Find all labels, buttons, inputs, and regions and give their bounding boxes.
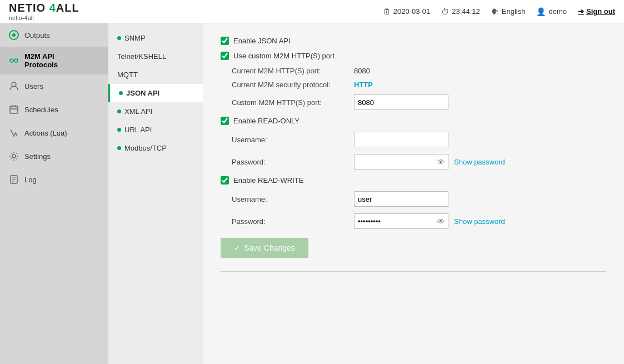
svg-point-3 bbox=[14, 59, 18, 62]
readonly-username-input[interactable] bbox=[354, 132, 448, 147]
readonly-eye-icon[interactable]: 👁 bbox=[437, 157, 445, 167]
readwrite-eye-icon[interactable]: 👁 bbox=[437, 217, 445, 226]
modbus-dot bbox=[117, 146, 121, 150]
xml-api-dot bbox=[117, 109, 121, 113]
sub-label-xml-api: XML API bbox=[124, 107, 152, 116]
language-icon: 🗣 bbox=[491, 7, 499, 16]
clock-icon: ⏱ bbox=[441, 7, 449, 16]
sidebar-item-actions[interactable]: Actions (Lua) bbox=[0, 121, 108, 144]
logo: NETIO 4ALL netio-4all bbox=[9, 2, 79, 21]
sidebar-label-schedules: Schedules bbox=[24, 106, 58, 114]
current-port-row: Current M2M HTTP(S) port: 8080 bbox=[221, 67, 606, 75]
svg-point-1 bbox=[12, 33, 16, 37]
sidebar-item-log[interactable]: Log bbox=[0, 168, 108, 191]
date-value: 2020-03-01 bbox=[393, 7, 431, 16]
schedules-icon bbox=[8, 103, 20, 116]
signout-icon: ➔ bbox=[578, 7, 584, 16]
readwrite-password-label: Password: bbox=[232, 217, 354, 226]
sub-item-json-api[interactable]: JSON API bbox=[108, 84, 203, 102]
user-icon: 👤 bbox=[536, 7, 546, 16]
sidebar-item-schedules[interactable]: Schedules bbox=[0, 98, 108, 121]
user-item: 👤 demo bbox=[536, 7, 567, 16]
content-area: Enable JSON API Use custom M2M HTTP(S) p… bbox=[203, 23, 624, 364]
settings-icon bbox=[8, 150, 20, 162]
sub-label-mqtt: MQTT bbox=[117, 71, 138, 79]
readwrite-show-password-link[interactable]: Show password bbox=[454, 217, 505, 226]
readwrite-username-input[interactable] bbox=[354, 191, 448, 207]
enable-read-write-checkbox[interactable] bbox=[221, 176, 229, 185]
sidebar-item-m2m[interactable]: M2M API Protocols bbox=[0, 47, 108, 74]
readonly-password-label: Password: bbox=[232, 158, 354, 166]
readwrite-password-wrapper: 👁 bbox=[354, 213, 448, 229]
language-item: 🗣 English bbox=[491, 7, 526, 16]
enable-read-only-checkbox[interactable] bbox=[221, 117, 229, 125]
topbar: NETIO 4ALL netio-4all 🗓 2020-03-01 ⏱ 23:… bbox=[0, 0, 624, 23]
m2m-icon bbox=[8, 54, 20, 67]
sidebar-item-users[interactable]: Users bbox=[0, 74, 108, 98]
sidebar-label-log: Log bbox=[24, 176, 37, 184]
enable-read-only-row: Enable READ-ONLY bbox=[221, 117, 606, 125]
language-value: English bbox=[502, 7, 526, 16]
custom-port-input[interactable] bbox=[354, 94, 448, 110]
sub-label-json-api: JSON API bbox=[126, 89, 159, 97]
actions-icon bbox=[8, 127, 20, 139]
time-value: 23:44:12 bbox=[452, 7, 480, 16]
svg-rect-6 bbox=[10, 106, 18, 113]
enable-read-write-row: Enable READ-WRITE bbox=[221, 176, 606, 185]
enable-json-api-label: Enable JSON API bbox=[233, 37, 291, 45]
topbar-right: 🗓 2020-03-01 ⏱ 23:44:12 🗣 English 👤 demo… bbox=[383, 7, 615, 16]
current-security-label: Current M2M security protocol: bbox=[232, 81, 354, 89]
enable-read-only-label: Enable READ-ONLY bbox=[233, 117, 299, 125]
logo-text: NETIO 4ALL bbox=[9, 2, 79, 14]
users-icon bbox=[8, 80, 20, 92]
m2m-line1: M2M API bbox=[24, 52, 58, 61]
sub-item-xml-api[interactable]: XML API bbox=[108, 102, 203, 121]
readonly-username-row: Username: bbox=[221, 132, 606, 147]
save-changes-label: Save Changes bbox=[244, 243, 295, 252]
sub-item-modbus[interactable]: Modbus/TCP bbox=[108, 139, 203, 157]
url-api-dot bbox=[117, 128, 121, 132]
readwrite-username-row: Username: bbox=[221, 191, 606, 207]
checkmark-icon: ✓ bbox=[234, 243, 241, 252]
content-divider bbox=[221, 271, 606, 272]
svg-point-10 bbox=[12, 154, 16, 158]
readonly-password-input[interactable] bbox=[354, 154, 448, 169]
snmp-dot bbox=[117, 36, 121, 40]
sub-item-snmp[interactable]: SNMP bbox=[108, 29, 203, 47]
sidebar: Outputs M2M API Protocols Users Schedule… bbox=[0, 23, 108, 364]
readwrite-password-row: Password: 👁 Show password bbox=[221, 213, 606, 229]
enable-json-api-checkbox[interactable] bbox=[221, 37, 229, 45]
sidebar-label-users: Users bbox=[24, 82, 43, 91]
logo-subtitle: netio-4all bbox=[9, 14, 79, 21]
sub-item-url-api[interactable]: URL API bbox=[108, 121, 203, 139]
signout-label: Sign out bbox=[586, 7, 615, 16]
outputs-icon bbox=[8, 29, 20, 41]
use-custom-port-checkbox[interactable] bbox=[221, 52, 229, 60]
calendar-icon: 🗓 bbox=[383, 7, 391, 16]
sidebar-label-actions: Actions (Lua) bbox=[24, 129, 67, 137]
sub-item-mqtt[interactable]: MQTT bbox=[108, 66, 203, 84]
date-item: 🗓 2020-03-01 bbox=[383, 7, 431, 16]
signout-button[interactable]: ➔ Sign out bbox=[578, 7, 615, 16]
readwrite-password-input[interactable] bbox=[354, 213, 448, 229]
current-security-row: Current M2M security protocol: HTTP bbox=[221, 81, 606, 89]
enable-read-write-label: Enable READ-WRITE bbox=[233, 176, 303, 185]
save-changes-button[interactable]: ✓ Save Changes bbox=[221, 238, 308, 258]
log-icon bbox=[8, 173, 20, 186]
current-port-label: Current M2M HTTP(S) port: bbox=[232, 67, 354, 75]
m2m-line2: Protocols bbox=[24, 61, 58, 69]
time-item: ⏱ 23:44:12 bbox=[441, 7, 480, 16]
sidebar-item-settings[interactable]: Settings bbox=[0, 144, 108, 168]
main-layout: Outputs M2M API Protocols Users Schedule… bbox=[0, 23, 624, 364]
readonly-show-password-link[interactable]: Show password bbox=[454, 158, 505, 166]
current-security-value: HTTP bbox=[354, 81, 373, 89]
custom-port-row: Custom M2M HTTP(S) port: bbox=[221, 94, 606, 110]
sub-label-modbus: Modbus/TCP bbox=[124, 144, 167, 152]
sidebar-label-outputs: Outputs bbox=[24, 31, 50, 39]
sub-item-telnet[interactable]: Telnet/KSHELL bbox=[108, 47, 203, 66]
sidebar-label-settings: Settings bbox=[24, 152, 51, 161]
current-port-value: 8080 bbox=[354, 67, 370, 75]
user-value: demo bbox=[548, 7, 567, 16]
readonly-password-wrapper: 👁 bbox=[354, 154, 448, 169]
sidebar-item-outputs[interactable]: Outputs bbox=[0, 23, 108, 47]
